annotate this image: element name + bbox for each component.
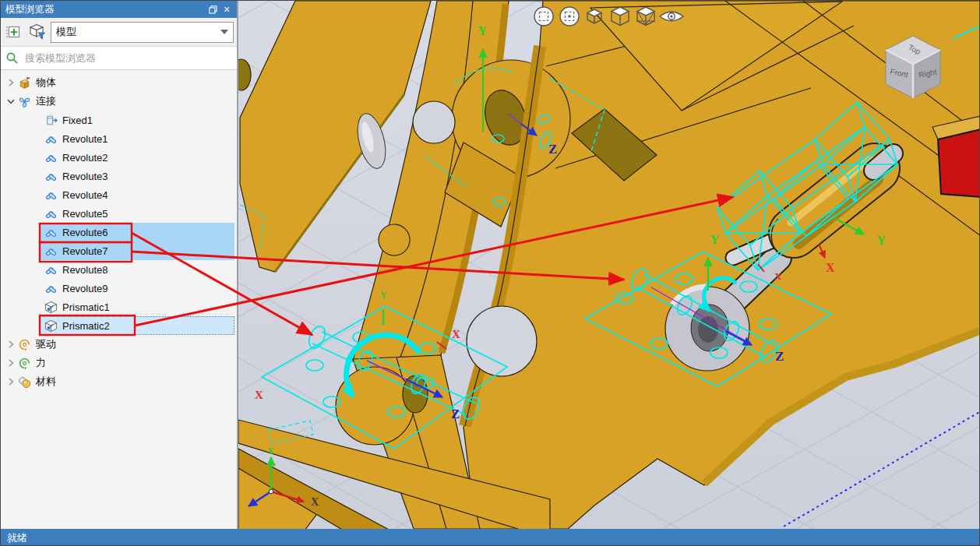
- axis-label-x: X: [774, 270, 782, 282]
- tree-item-revolute5[interactable]: Revolute5: [1, 204, 237, 223]
- panel-toolbar: 模型: [1, 18, 237, 47]
- axis-label-y: Y: [876, 233, 886, 248]
- panel-title: 模型浏览器: [5, 3, 206, 16]
- chevron-right-icon[interactable]: [4, 375, 18, 388]
- wireframe-view-icon[interactable]: [637, 7, 654, 26]
- search-input[interactable]: [23, 51, 232, 65]
- objects-icon: [18, 76, 31, 90]
- tree-item-joints[interactable]: 连接: [1, 92, 237, 111]
- revolute-joint-icon: [44, 263, 58, 277]
- 3d-viewport[interactable]: Y Z Z X X Y: [238, 1, 980, 529]
- tree-item-prismatic2[interactable]: Prismatic2: [1, 316, 237, 335]
- triad-label-y: Y: [267, 445, 275, 456]
- zoom-window-icon[interactable]: [560, 7, 579, 26]
- float-window-icon[interactable]: [206, 2, 220, 16]
- status-text: 就绪: [7, 531, 27, 545]
- revolute-joint-icon: [44, 226, 58, 239]
- axis-label-y: Y: [478, 23, 487, 38]
- fixed-joint-icon: [44, 114, 58, 127]
- tree-item-drive[interactable]: 驱动: [1, 335, 237, 354]
- revolute-joint-icon: [44, 245, 58, 258]
- material-icon: [18, 375, 31, 389]
- chevron-right-icon[interactable]: [4, 357, 18, 369]
- model-tree: 物体 连接 Fixed1 Revolute1 Revolute2 Revolut…: [1, 70, 237, 529]
- tree-item-revolute4[interactable]: Revolute4: [1, 185, 237, 204]
- status-bar: 就绪: [1, 529, 980, 546]
- model-browser-panel: 模型浏览器 ×: [1, 1, 238, 529]
- float-window-icon: [209, 5, 217, 14]
- zoom-extents-icon[interactable]: [534, 7, 553, 26]
- chevron-down-icon[interactable]: [4, 95, 18, 107]
- tree-item-fixed1[interactable]: Fixed1: [1, 111, 237, 129]
- chevron-down-icon: [220, 30, 228, 34]
- tree-item-revolute6[interactable]: Revolute6: [1, 223, 237, 241]
- triad-label-x: X: [311, 496, 319, 508]
- tree-item-revolute8[interactable]: Revolute8: [1, 260, 237, 279]
- prismatic-joint-icon: [44, 319, 58, 333]
- axis-label-x: X: [255, 389, 263, 401]
- axis-label-z: Z: [451, 407, 460, 421]
- model-selector-value: 模型: [56, 25, 220, 39]
- 3d-scene: Y Z Z X X Y: [238, 1, 980, 529]
- revolute-joint-icon: [44, 282, 58, 295]
- display-filter-cube-icon[interactable]: [27, 22, 48, 42]
- revolute-joint-icon: [44, 151, 58, 164]
- axis-label-x: X: [826, 261, 835, 274]
- chevron-right-icon[interactable]: [4, 338, 18, 350]
- revolute-joint-icon: [44, 188, 58, 202]
- tree-item-revolute3[interactable]: Revolute3: [1, 167, 237, 185]
- axis-label-z: Z: [775, 349, 784, 364]
- tree-item-revolute7[interactable]: Revolute7: [1, 241, 237, 260]
- axis-label-y: Y: [380, 290, 387, 301]
- revolute-joint-icon: [44, 207, 58, 220]
- tree-item-objects[interactable]: 物体: [1, 73, 237, 92]
- revolute-joint-icon: [44, 132, 58, 146]
- close-icon[interactable]: ×: [220, 2, 234, 16]
- drive-icon: [18, 338, 31, 351]
- tree-item-prismatic1[interactable]: Prismatic1: [1, 298, 237, 316]
- tree-item-revolute9[interactable]: Revolute9: [1, 279, 237, 298]
- axis-label-y: Y: [710, 232, 719, 247]
- revolute-joint-icon: [44, 170, 58, 183]
- chevron-right-icon[interactable]: [4, 76, 18, 89]
- joints-icon: [18, 95, 31, 108]
- tree-item-material[interactable]: 材料: [1, 372, 237, 391]
- force-icon: [18, 357, 31, 370]
- prismatic-joint-icon: [44, 301, 58, 314]
- tree-item-revolute2[interactable]: Revolute2: [1, 148, 237, 167]
- model-selector-dropdown[interactable]: 模型: [51, 22, 234, 43]
- tree-item-force[interactable]: 力: [1, 354, 237, 372]
- search-icon: [5, 51, 19, 65]
- panel-titlebar: 模型浏览器 ×: [1, 1, 237, 18]
- tree-item-revolute1[interactable]: Revolute1: [1, 129, 237, 148]
- axis-label-x: X: [452, 328, 460, 340]
- search-bar: [1, 47, 237, 70]
- add-filter-button[interactable]: [4, 22, 24, 42]
- axis-label-z: Z: [548, 142, 557, 157]
